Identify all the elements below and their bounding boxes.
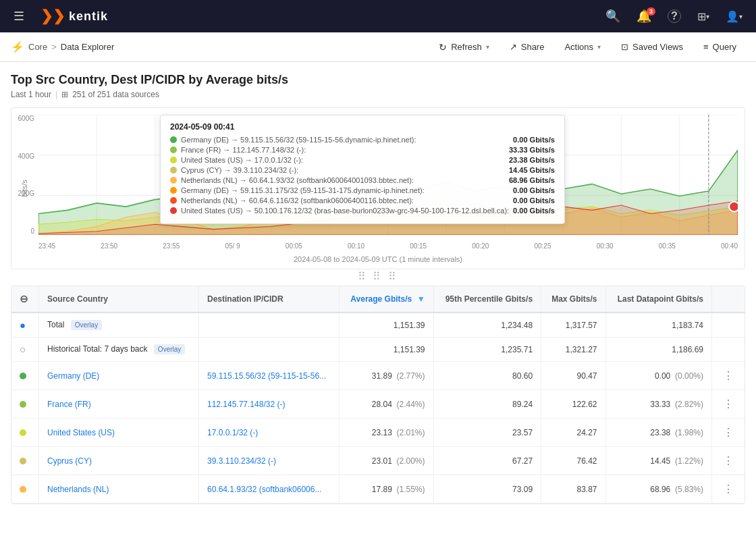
tooltip-dot-5 [170, 177, 177, 184]
resize-handle[interactable]: ⠿ ⠿ ⠿ [11, 269, 745, 283]
row3-check[interactable] [11, 418, 39, 447]
row2-max: 122.62 [541, 390, 605, 418]
apps-icon: ⊞ [697, 10, 706, 23]
row5-dest: 60.64.1.93/32 (softbank06006... [198, 475, 339, 504]
page-content: Top Src Country, Dest IP/CIDR by Average… [0, 62, 756, 540]
tooltip-label-6: Germany (DE) → 59.115.31.175/32 (59-115-… [181, 186, 509, 194]
breadcrumb-separator: > [51, 42, 57, 52]
notification-badge: 3 [647, 7, 655, 16]
row2-dest-link[interactable]: 112.145.77.148/32 (-) [207, 400, 285, 409]
refresh-chevron-icon: ▾ [486, 43, 489, 51]
row-total-last-dp: 1,183.74 [605, 313, 712, 338]
row4-color-dot [20, 458, 26, 464]
row4-dest-link[interactable]: 39.3.110.234/32 (-) [207, 456, 276, 466]
row-hist-source: Historical Total: 7 days back Overlay [39, 338, 199, 362]
row4-menu-button[interactable]: ⋮ [720, 453, 736, 468]
row-total-menu [712, 313, 745, 338]
row1-menu-button[interactable]: ⋮ [720, 368, 736, 383]
row1-last-dp: 0.00 (0.00%) [605, 362, 712, 390]
tooltip-dot-8 [170, 207, 177, 214]
row2-menu-button[interactable]: ⋮ [720, 396, 736, 412]
row3-menu-button[interactable]: ⋮ [720, 425, 736, 440]
row2-source-link[interactable]: France (FR) [47, 400, 91, 409]
row5-last-dp: 68.96 (5.83%) [605, 475, 712, 504]
breadcrumb-core[interactable]: Core [28, 42, 47, 52]
chart-container: 600G 400G 200G 0 bits/s [11, 107, 745, 269]
page-title: Top Src Country, Dest IP/CIDR by Average… [11, 73, 745, 87]
th-dest-ip-cidr[interactable]: Destination IP/CIDR [198, 286, 339, 313]
subtitle-separator: | [55, 90, 57, 99]
row5-menu[interactable]: ⋮ [712, 475, 745, 504]
hamburger-icon: ☰ [14, 9, 24, 24]
row5-source-link[interactable]: Netherlands (NL) [47, 485, 109, 494]
row1-dest: 59.115.15.56/32 (59-115-15-56... [198, 362, 339, 390]
search-icon: 🔍 [605, 9, 620, 24]
tooltip-label-7: Netherlands (NL) → 60.64.6.116/32 (softb… [181, 196, 509, 205]
row5-menu-button[interactable]: ⋮ [720, 481, 736, 497]
refresh-button[interactable]: ↻ Refresh ▾ [430, 38, 498, 57]
row3-source-link[interactable]: United States (US) [47, 428, 115, 437]
row1-dest-link[interactable]: 59.115.15.56/32 (59-115-15-56... [207, 371, 326, 381]
row5-check[interactable] [11, 475, 39, 504]
hamburger-button[interactable]: ☰ [8, 6, 30, 26]
row1-check[interactable] [11, 362, 39, 390]
row2-source: France (FR) [39, 390, 199, 418]
actions-label: Actions [564, 42, 593, 52]
hist-overlay-badge[interactable]: Overlay [154, 344, 185, 354]
row2-dest: 112.145.77.148/32 (-) [198, 390, 339, 418]
query-button[interactable]: ≡ Query [695, 38, 745, 56]
row1-source-link[interactable]: Germany (DE) [47, 371, 99, 381]
tooltip-dot-3 [170, 157, 177, 163]
row5-dest-link[interactable]: 60.64.1.93/32 (softbank06006... [207, 485, 321, 494]
th-p95[interactable]: 95th Percentile Gbits/s [433, 286, 541, 313]
table-row: ● Total Overlay 1,151.39 1,234.48 1,317.… [11, 313, 745, 338]
row2-average: 28.04 (2.44%) [339, 390, 433, 418]
row-hist-check[interactable]: ○ [11, 338, 39, 362]
tooltip-value-8: 0.00 Gbits/s [513, 207, 555, 215]
share-button[interactable]: ↗ Share [501, 38, 554, 56]
row4-average: 23.01 (2.00%) [339, 447, 433, 475]
refresh-label: Refresh [451, 42, 482, 52]
row4-dest: 39.3.110.234/32 (-) [198, 447, 339, 475]
row2-last-dp: 33.33 (2.82%) [605, 390, 712, 418]
subtitle-sources: 251 of 251 data sources [72, 90, 159, 99]
th-average[interactable]: Average Gbits/s ▼ [339, 286, 433, 313]
tooltip-row-5: Netherlands (NL) → 60.64.1.93/32 (softba… [170, 176, 555, 184]
th-source-country[interactable]: Source Country [39, 286, 199, 313]
table-row: Netherlands (NL) 60.64.1.93/32 (softbank… [11, 475, 745, 504]
notifications-button[interactable]: 🔔 3 [631, 6, 657, 26]
row1-menu[interactable]: ⋮ [712, 362, 745, 390]
y-tick-600g: 600G [18, 115, 34, 122]
actions-button[interactable]: Actions ▾ [556, 38, 610, 56]
row-total-check[interactable]: ● [11, 313, 39, 338]
th-last-datapoint[interactable]: Last Datapoint Gbits/s [605, 286, 712, 313]
user-button[interactable]: 👤 ▾ [720, 7, 748, 26]
logo-text: kentik [69, 9, 108, 24]
row2-menu[interactable]: ⋮ [712, 390, 745, 418]
chart-y-label: bits/s [20, 180, 28, 197]
row4-check[interactable] [11, 447, 39, 475]
saved-views-label: Saved Views [632, 42, 683, 52]
row3-dest-link[interactable]: 17.0.0.1/32 (-) [207, 428, 258, 437]
row4-max: 76.42 [541, 447, 605, 475]
share-label: Share [521, 42, 545, 52]
tooltip-label-1: Germany (DE) → 59.115.15.56/32 (59-115-1… [181, 136, 509, 144]
saved-views-button[interactable]: ⊡ Saved Views [612, 38, 692, 56]
tooltip-row-8: United States (US) → 50.100.176.12/32 (b… [170, 207, 555, 215]
search-button[interactable]: 🔍 [600, 6, 626, 26]
row4-menu[interactable]: ⋮ [712, 447, 745, 475]
tooltip-value-7: 0.00 Gbits/s [513, 196, 555, 205]
circle-filled-icon: ● [20, 319, 26, 331]
tooltip-row-7: Netherlands (NL) → 60.64.6.116/32 (softb… [170, 196, 555, 205]
row4-source-link[interactable]: Cyprus (CY) [47, 456, 92, 466]
tooltip-label-4: Cyprus (CY) → 39.3.110.234/32 (-): [181, 166, 505, 174]
row2-check[interactable] [11, 390, 39, 418]
row5-color-dot [20, 486, 26, 493]
data-table: ⊖ Source Country Destination IP/CIDR Ave… [11, 286, 745, 504]
total-overlay-badge[interactable]: Overlay [71, 320, 102, 330]
help-button[interactable]: ? [662, 7, 686, 26]
row3-menu[interactable]: ⋮ [712, 418, 745, 447]
apps-button[interactable]: ⊞ ▾ [692, 7, 715, 26]
th-max[interactable]: Max Gbits/s [541, 286, 605, 313]
row-total-max: 1,317.57 [541, 313, 605, 338]
